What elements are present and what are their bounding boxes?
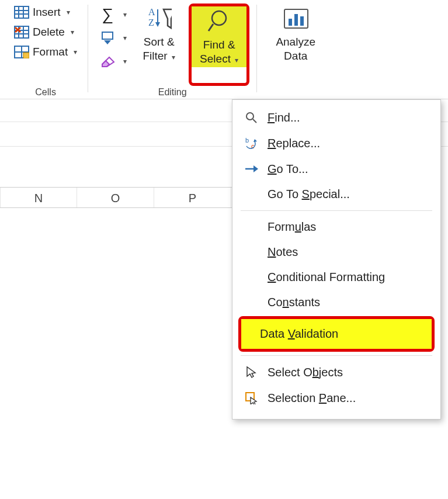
menu-replace[interactable]: bc Replace...	[232, 130, 440, 156]
sort-filter-icon: A Z	[146, 6, 172, 32]
menu-selection-pane[interactable]: Selection Pane...	[232, 385, 440, 411]
ribbon: Insert ▾ Delete ▾ Format ▾	[0, 0, 448, 99]
fill-down-icon	[98, 29, 117, 47]
svg-rect-28	[289, 19, 292, 26]
analysis-group-label	[294, 86, 297, 98]
analyze-label-2: Data	[284, 49, 307, 63]
find-select-highlight: Find & Select ▾	[189, 4, 249, 86]
menu-conditional-formatting[interactable]: Conditional Formatting	[232, 265, 440, 290]
spreadsheet-area: N O P Find... bc Replace... Go To... Go …	[0, 99, 448, 499]
chevron-down-icon: ▾	[231, 56, 238, 64]
format-button[interactable]: Format ▾	[11, 43, 81, 61]
chevron-down-icon: ▾	[168, 53, 175, 61]
search-icon	[243, 110, 259, 124]
sigma-icon: ∑	[98, 6, 117, 23]
insert-label: Insert	[33, 6, 61, 19]
clear-button[interactable]: ▾	[95, 51, 129, 71]
chevron-down-icon: ▾	[121, 34, 127, 42]
chevron-down-icon: ▾	[71, 48, 77, 56]
menu-data-validation[interactable]: Data Validation	[241, 319, 432, 349]
menu-goto-special[interactable]: Go To Special...	[232, 182, 440, 207]
menu-goto[interactable]: Go To...	[232, 156, 440, 182]
svg-marker-17	[104, 40, 111, 44]
chevron-down-icon: ▾	[64, 8, 70, 16]
sort-filter-label-2: Filter	[143, 50, 167, 62]
arrow-right-icon	[243, 162, 259, 176]
cursor-icon	[243, 365, 259, 379]
svg-rect-16	[102, 32, 113, 39]
menu-goto-label: Go To...	[268, 162, 308, 176]
svg-marker-23	[155, 22, 160, 27]
menu-goto-special-label: Go To Special...	[268, 188, 350, 201]
menu-constants[interactable]: Constants	[232, 290, 440, 315]
menu-cond-fmt-label: Conditional Formatting	[268, 271, 385, 284]
svg-marker-35	[253, 139, 257, 142]
svg-line-32	[253, 119, 256, 123]
selection-pane-icon	[243, 391, 259, 405]
menu-select-objects[interactable]: Select Objects	[232, 359, 440, 385]
svg-marker-37	[253, 165, 258, 172]
insert-icon	[14, 6, 29, 19]
menu-separator	[241, 210, 432, 211]
sort-filter-label-1: Sort &	[144, 35, 175, 49]
format-label: Format	[33, 46, 68, 58]
find-select-button[interactable]: Find & Select ▾	[192, 6, 246, 67]
column-headers: N O P	[0, 187, 232, 208]
cells-column: Insert ▾ Delete ▾ Format ▾	[11, 4, 81, 86]
svg-rect-0	[15, 6, 29, 18]
eraser-icon	[98, 53, 117, 70]
cells-group-label: Cells	[35, 86, 56, 98]
menu-selection-pane-label: Selection Pane...	[268, 391, 356, 405]
svg-point-25	[212, 11, 226, 25]
svg-rect-29	[294, 14, 298, 26]
svg-text:Z: Z	[148, 18, 154, 27]
find-select-label-2: Select	[200, 53, 231, 65]
find-select-label-1: Find &	[203, 38, 235, 52]
group-separator	[256, 5, 257, 92]
menu-find-label: Find...	[268, 111, 300, 124]
menu-formulas[interactable]: Formulas	[232, 214, 440, 240]
menu-select-objects-label: Select Objects	[268, 366, 343, 379]
chevron-down-icon: ▾	[121, 57, 127, 65]
svg-text:A: A	[148, 7, 155, 17]
menu-find[interactable]: Find...	[232, 105, 440, 130]
svg-point-31	[246, 113, 253, 120]
analyze-label-1: Analyze	[276, 35, 315, 49]
group-separator	[88, 5, 88, 92]
cells-group: Insert ▾ Delete ▾ Format ▾	[11, 4, 81, 99]
replace-icon: bc	[243, 136, 259, 150]
chevron-down-icon: ▾	[121, 11, 127, 19]
column-header-o[interactable]: O	[77, 188, 154, 207]
fill-button[interactable]: ▾	[95, 28, 129, 48]
menu-constants-label: Constants	[268, 296, 320, 309]
menu-notes[interactable]: Notes	[232, 240, 440, 265]
autosum-button[interactable]: ∑ ▾	[95, 5, 129, 25]
magnifier-icon	[206, 9, 232, 34]
sort-filter-button[interactable]: A Z Sort & Filter ▾	[133, 4, 185, 86]
svg-rect-15	[23, 53, 29, 58]
editing-tools-column: ∑ ▾ ▾ ▾	[95, 4, 129, 86]
column-header-p[interactable]: P	[154, 188, 231, 207]
svg-marker-38	[247, 367, 255, 377]
column-header-n[interactable]: N	[0, 188, 77, 207]
format-icon	[14, 46, 29, 58]
svg-marker-24	[164, 9, 172, 28]
menu-notes-label: Notes	[268, 245, 298, 259]
editing-group: ∑ ▾ ▾ ▾	[95, 4, 249, 99]
menu-separator	[241, 355, 432, 356]
editing-group-label: Editing	[158, 86, 187, 98]
analyze-data-button[interactable]: Analyze Data	[264, 4, 327, 86]
insert-button[interactable]: Insert ▾	[11, 4, 81, 21]
svg-rect-30	[300, 16, 304, 26]
svg-line-26	[209, 24, 213, 31]
svg-text:b: b	[245, 137, 249, 144]
analysis-group: Analyze Data	[264, 4, 327, 99]
delete-icon	[14, 26, 29, 39]
menu-data-validation-label: Data Validation	[260, 327, 338, 341]
menu-replace-label: Replace...	[268, 137, 320, 150]
data-validation-highlight: Data Validation	[238, 316, 435, 352]
analyze-data-icon	[283, 6, 308, 32]
delete-button[interactable]: Delete ▾	[11, 23, 81, 41]
chevron-down-icon: ▾	[68, 28, 74, 36]
menu-formulas-label: Formulas	[268, 220, 316, 234]
